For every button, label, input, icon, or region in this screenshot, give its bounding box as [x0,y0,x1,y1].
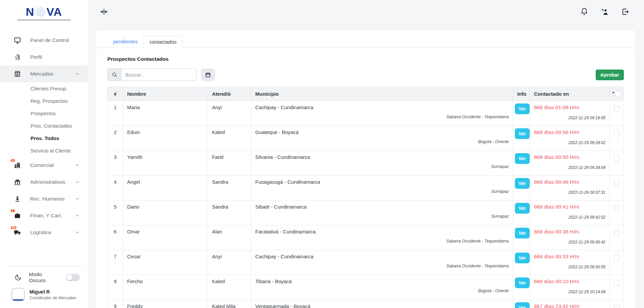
user-profile[interactable]: Miguel R Coordinador de Mercadeo [0,283,88,304]
row-number: 3 [108,150,123,175]
sidebar-subitem-servicio-al-cliente[interactable]: Servicio al Cliente [0,144,88,157]
sidebar-item-comercial[interactable]: 5Comercial [0,157,88,174]
sidebar-item-rec-humanos[interactable]: Rec. Humanos [0,190,88,207]
municipio-name: Cachipay - Cundinamarca [255,254,509,259]
cell-nombre: Cesar [123,250,208,275]
sidebar-item-mercadeo[interactable]: Mercadeo [0,65,88,82]
row-checkbox[interactable] [614,255,620,261]
column-header-contactado-en: Contactado en [530,87,610,101]
table-row: 8FerchoKaledTibaná - BoyacáBogotá - Orie… [108,275,624,300]
cell-nombre: Fercho [123,275,208,300]
contact-person-icon[interactable] [601,8,609,16]
select-all-checkbox[interactable] [615,91,621,97]
fingerprint-icon [13,53,21,61]
tab-contactados[interactable]: contactados [143,36,182,48]
cell-atendio: Alan [208,225,251,250]
ver-button[interactable]: Ver [515,103,530,114]
cell-nombre: Maria [123,101,208,126]
chevron-down-icon [75,196,80,201]
row-number: 5 [108,200,123,225]
moon-icon [14,273,22,281]
cell-nombre: Angel [123,175,208,200]
contact-timestamp: 2022-11-29 09:28:02 [534,140,605,145]
row-checkbox[interactable] [614,280,620,285]
cell-atendio: Kaled [208,126,251,150]
cell-info: Ver [513,275,530,300]
sidebar-subitem-pros-todos[interactable]: Pros. Todos [0,132,88,144]
notifications-bell-icon[interactable] [580,8,588,16]
cell-municipio: Cachipay - CundinamarcaSabana Occidente … [251,250,513,275]
approve-button[interactable]: Aprobar [596,70,624,80]
monitor-icon [13,36,21,44]
cell-contactado-en: 668 días 00:46 H/m2022-11-29 09:37:31 [530,175,610,200]
cell-select [610,175,624,200]
sidebar-subitem-clientes-presup[interactable]: Clientes Presup. [0,82,88,95]
contact-timestamp: 2022-11-29 09:16:05 [534,116,605,120]
cell-municipio: Guateque - BoyacáBogotá - Oriente [251,126,513,150]
cell-info: Ver [513,101,530,126]
topbar [88,0,644,20]
table-row: 2EduinKaledGuateque - BoyacáBogotá - Ori… [108,126,624,150]
row-checkbox[interactable] [614,180,620,186]
contact-timestamp: 2022-11-29 09:37:31 [534,190,605,195]
cell-nombre: Freddy [123,300,208,308]
sidebar-item-administrativos[interactable]: Administrativos [0,174,88,190]
cell-contactado-en: 668 días 01:08 H/m2022-11-29 09:16:05 [530,101,610,126]
ver-button[interactable]: Ver [515,228,530,238]
ver-button[interactable]: Ver [515,277,530,288]
person-icon [13,195,21,203]
sidebar-submenu-mercadeo: Clientes Presup.Reg. ProspectosProspecto… [0,82,88,157]
ver-button[interactable]: Ver [515,302,530,308]
row-checkbox[interactable] [614,205,620,211]
calendar-button[interactable] [201,69,215,81]
ver-button[interactable]: Ver [515,253,530,263]
logout-icon[interactable] [621,8,629,16]
cell-municipio: Tibaná - BoyacáBogotá - Oriente [251,275,513,300]
table-header-row: #NombreAtendióMunicipioInfoContactado en… [108,87,624,101]
content-card: pendientescontactados Prospectos Contact… [96,30,635,308]
nova-logo: N VA [0,5,88,20]
contact-timestamp: 2022-11-29 09:50:55 [534,265,605,269]
ver-button[interactable]: Ver [515,178,530,189]
sidebar-item-finan-y-cart[interactable]: 1Finan. Y Cart. [0,207,88,224]
cell-contactado-en: 668 días 00:10 H/m2022-11-29 10:14:04 [530,275,610,300]
cell-select [610,126,624,150]
collapse-sidebar-icon[interactable] [100,8,108,16]
ver-button[interactable]: Ver [515,128,530,139]
logo-text-left: N [26,5,35,18]
page-title: Prospectos Contactados [107,56,635,62]
ver-button[interactable]: Ver [515,203,530,214]
sidebar-item-logistica[interactable]: 69Logística [0,224,88,241]
sidebar-subitem-prospectos[interactable]: Prospectos [0,107,88,120]
row-checkbox[interactable] [614,156,620,161]
municipio-name: Ventaquemada - Boyacá [255,303,509,308]
cell-atendio: Sandra [208,175,251,200]
cell-atendio: Sandra [208,200,251,225]
cell-atendio: Farid [208,150,251,175]
row-number: 8 [108,275,123,300]
row-checkbox[interactable] [614,305,620,308]
region-label: Bogotá - Oriente [255,139,509,144]
sidebar-subitem-reg-prospectos[interactable]: Reg. Prospectos [0,95,88,107]
cell-nombre: Eduin [123,126,208,150]
row-checkbox[interactable] [614,106,620,112]
dark-mode-toggle[interactable] [66,274,80,281]
elapsed-time: 668 días 00:50 H/m [534,154,605,160]
cell-municipio: Ventaquemada - Boyacá [251,300,513,308]
elapsed-time: 668 días 00:56 H/m [534,129,605,135]
sidebar-item-label: Administrativos [30,179,65,185]
tab-pendientes[interactable]: pendientes [107,36,143,48]
sidebar-item-panel-de-control[interactable]: Panel de Control [0,32,88,49]
table-row: 3YamithFaridSilvania - CundinamarcaSumap… [108,150,624,175]
row-checkbox[interactable] [614,131,620,136]
ver-button[interactable]: Ver [515,153,530,164]
dark-mode-label: Modo Oscuro [29,271,54,283]
search-input[interactable] [121,69,197,81]
contact-timestamp: 2022-11-29 10:14:04 [534,290,605,294]
cell-select [610,200,624,225]
sidebar-subitem-pros-contactados[interactable]: Pros. Contactados [0,120,88,132]
logo-tagline [17,19,70,20]
row-checkbox[interactable] [614,230,620,236]
cell-municipio: Sibaté - CundinamarcaSumapaz [251,200,513,225]
sidebar-item-perfil[interactable]: Perfil [0,49,88,65]
